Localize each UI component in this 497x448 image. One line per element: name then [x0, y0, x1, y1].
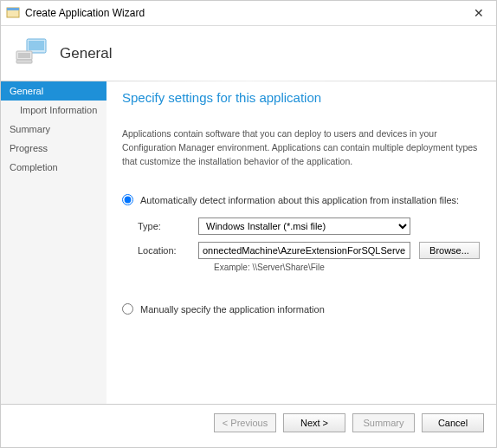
computer-icon — [13, 36, 49, 72]
titlebar: Create Application Wizard ✕ — [1, 1, 496, 25]
browse-button[interactable]: Browse... — [419, 242, 480, 259]
sidebar-item-import-information[interactable]: Import Information — [1, 101, 106, 120]
location-label: Location: — [138, 245, 198, 256]
sidebar-item-general[interactable]: General — [1, 81, 106, 101]
app-icon — [6, 6, 20, 20]
next-button[interactable]: Next > — [283, 413, 345, 432]
summary-button: Summary — [352, 413, 415, 432]
close-button[interactable]: ✕ — [467, 3, 491, 23]
previous-button: < Previous — [214, 413, 276, 432]
location-input[interactable] — [198, 242, 410, 259]
option-manual[interactable]: Manually specify the application informa… — [122, 303, 481, 315]
option-auto-detect[interactable]: Automatically detect information about t… — [122, 194, 481, 205]
page-heading: Specify settings for this application — [122, 90, 481, 105]
svg-rect-6 — [18, 53, 30, 58]
svg-rect-3 — [29, 41, 44, 50]
radio-auto-detect[interactable] — [122, 194, 133, 205]
wizard-footer: < Previous Next > Summary Cancel — [1, 404, 496, 440]
svg-rect-1 — [7, 8, 19, 10]
svg-rect-5 — [16, 60, 32, 63]
main-panel: Specify settings for this application Ap… — [106, 81, 496, 404]
type-select[interactable]: Windows Installer (*.msi file) — [198, 218, 410, 235]
sidebar-item-completion[interactable]: Completion — [1, 158, 106, 177]
wizard-sidebar: General Import Information Summary Progr… — [1, 81, 106, 404]
page-description: Applications contain software that you c… — [122, 127, 481, 168]
window-title: Create Application Wizard — [25, 7, 145, 19]
location-example: Example: \\Server\Share\File — [214, 263, 481, 272]
header-label: General — [60, 45, 112, 62]
sidebar-item-progress[interactable]: Progress — [1, 139, 106, 158]
type-label: Type: — [138, 221, 198, 231]
sidebar-item-summary[interactable]: Summary — [1, 120, 106, 139]
option-manual-label: Manually specify the application informa… — [140, 304, 325, 315]
option-auto-label: Automatically detect information about t… — [140, 195, 459, 205]
wizard-header: General — [1, 25, 496, 81]
radio-manual[interactable] — [122, 303, 133, 315]
cancel-button[interactable]: Cancel — [422, 413, 484, 432]
